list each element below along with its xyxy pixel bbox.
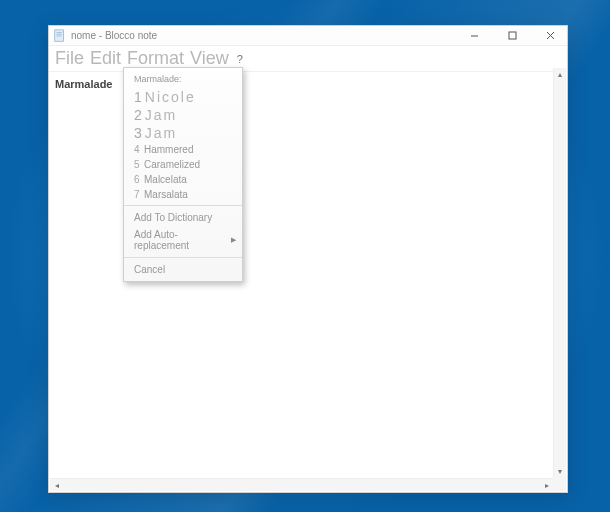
suggestion-item[interactable]: 6 Malcelata [124, 172, 242, 187]
cancel-menu-item[interactable]: Cancel [124, 261, 242, 278]
suggestion-item[interactable]: 4 Hammered [124, 142, 242, 157]
menu-help[interactable]: ? [237, 53, 243, 65]
app-icon [53, 29, 67, 43]
add-auto-label: Add Auto-replacement [134, 229, 232, 251]
suggestion-item[interactable]: 7 Marsalata [124, 187, 242, 202]
menu-view[interactable]: View [190, 48, 229, 69]
scroll-right-icon[interactable]: ▸ [540, 479, 553, 491]
suggestion-number: 4 [134, 144, 141, 155]
suggestion-label: Caramelized [144, 159, 200, 170]
scroll-down-icon[interactable]: ▾ [554, 465, 566, 478]
scroll-left-icon[interactable]: ◂ [50, 479, 63, 491]
menu-format[interactable]: Format [127, 48, 184, 69]
svg-rect-0 [55, 29, 64, 40]
suggestion-label: Jam [145, 125, 177, 141]
menu-separator [124, 257, 242, 258]
suggestion-label: Malcelata [144, 174, 187, 185]
suggestion-number: 2 [134, 107, 142, 123]
scroll-up-icon[interactable]: ▴ [554, 68, 566, 81]
scrollbar-corner [553, 478, 566, 491]
spellcheck-context-menu: Marmalade: 1 Nicole 2 Jam 3 Jam 4 Hammer… [123, 67, 243, 282]
suggestion-number: 1 [134, 89, 142, 105]
suggestion-label: Hammered [144, 144, 193, 155]
document-text: Marmalade [55, 78, 112, 90]
add-dictionary-label: Add To Dictionary [134, 212, 212, 223]
suggestion-number: 5 [134, 159, 141, 170]
suggestion-number: 3 [134, 125, 142, 141]
window-controls [461, 28, 563, 44]
menu-edit[interactable]: Edit [90, 48, 121, 69]
add-to-dictionary[interactable]: Add To Dictionary [124, 209, 242, 226]
cancel-label: Cancel [134, 264, 165, 275]
suggestion-item[interactable]: 3 Jam [124, 124, 242, 142]
suggestion-number: 6 [134, 174, 141, 185]
minimize-button[interactable] [461, 28, 487, 44]
chevron-right-icon: ▶ [231, 236, 236, 244]
close-button[interactable] [537, 28, 563, 44]
svg-rect-5 [509, 32, 516, 39]
suggestion-label: Jam [145, 107, 177, 123]
maximize-button[interactable] [499, 28, 525, 44]
menu-file[interactable]: File [55, 48, 84, 69]
suggestion-item[interactable]: 1 Nicole [124, 88, 242, 106]
horizontal-scrollbar[interactable]: ◂ ▸ [50, 478, 553, 491]
suggestion-number: 7 [134, 189, 141, 200]
suggestion-item[interactable]: 2 Jam [124, 106, 242, 124]
suggestion-item[interactable]: 5 Caramelized [124, 157, 242, 172]
suggestion-label: Nicole [145, 89, 196, 105]
menu-separator [124, 205, 242, 206]
suggestion-label: Marsalata [144, 189, 188, 200]
vertical-scrollbar[interactable]: ▴ ▾ [553, 68, 566, 478]
titlebar[interactable]: nome - Blocco note [49, 26, 567, 46]
context-menu-header: Marmalade: [124, 71, 242, 88]
window-title: nome - Blocco note [71, 30, 461, 41]
add-auto-replacement[interactable]: Add Auto-replacement ▶ [124, 226, 242, 254]
